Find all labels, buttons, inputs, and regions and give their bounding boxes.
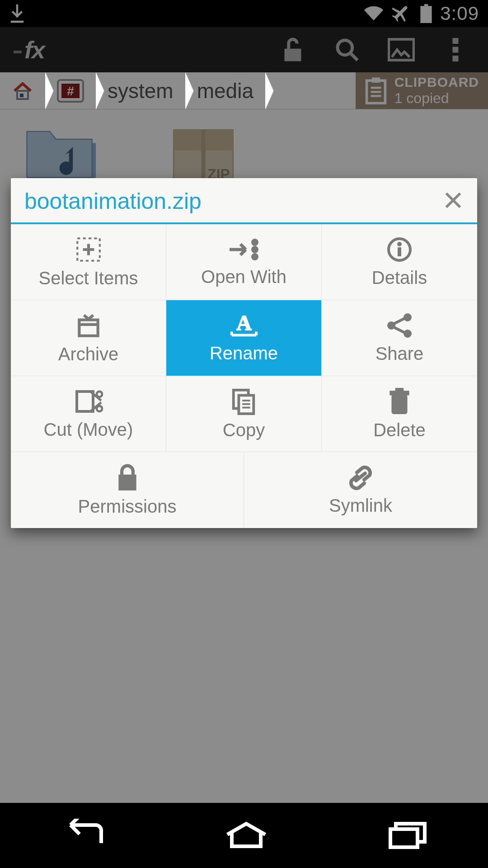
action-rename[interactable]: A Rename xyxy=(166,300,322,376)
svg-point-37 xyxy=(97,392,102,397)
svg-rect-47 xyxy=(119,475,136,490)
svg-rect-36 xyxy=(77,392,93,411)
svg-rect-48 xyxy=(390,829,418,847)
action-symlink[interactable]: Symlink xyxy=(244,452,477,528)
context-menu-modal: bootanimation.zip Select Items Open With… xyxy=(11,178,477,528)
svg-text:A: A xyxy=(236,312,252,335)
action-copy[interactable]: Copy xyxy=(166,376,322,452)
svg-rect-29 xyxy=(398,248,401,256)
action-label: Details xyxy=(372,268,427,288)
modal-title: bootanimation.zip xyxy=(24,188,202,214)
close-icon[interactable] xyxy=(443,190,464,212)
svg-point-25 xyxy=(252,246,258,253)
svg-point-28 xyxy=(398,242,401,246)
svg-rect-46 xyxy=(396,388,404,392)
svg-point-35 xyxy=(404,330,411,337)
action-label: Rename xyxy=(210,343,278,363)
action-label: Copy xyxy=(223,420,265,440)
action-label: Share xyxy=(375,344,424,364)
action-label: Symlink xyxy=(329,495,392,516)
action-permissions[interactable]: Permissions xyxy=(11,452,244,528)
action-open-with[interactable]: Open With xyxy=(166,224,322,300)
action-share[interactable]: Share xyxy=(322,300,477,376)
nav-recent-button[interactable] xyxy=(385,820,430,851)
action-label: Open With xyxy=(201,267,286,287)
action-select-items[interactable]: Select Items xyxy=(11,224,166,300)
svg-point-33 xyxy=(404,314,411,321)
svg-point-24 xyxy=(252,239,258,245)
action-label: Permissions xyxy=(78,496,177,517)
action-label: Cut (Move) xyxy=(44,420,133,440)
nav-home-button[interactable] xyxy=(224,820,269,851)
action-delete[interactable]: Delete xyxy=(322,376,477,452)
svg-rect-44 xyxy=(392,395,407,414)
action-cut[interactable]: Cut (Move) xyxy=(11,376,166,452)
action-label: Archive xyxy=(58,344,118,364)
svg-point-38 xyxy=(97,406,102,411)
action-label: Select Items xyxy=(38,268,138,288)
action-details[interactable]: Details xyxy=(322,224,477,300)
nav-back-button[interactable] xyxy=(58,819,108,852)
navigation-bar xyxy=(0,803,488,868)
action-label: Delete xyxy=(373,420,426,440)
svg-point-26 xyxy=(252,254,258,260)
svg-rect-30 xyxy=(79,320,98,336)
action-archive[interactable]: Archive xyxy=(11,300,166,376)
